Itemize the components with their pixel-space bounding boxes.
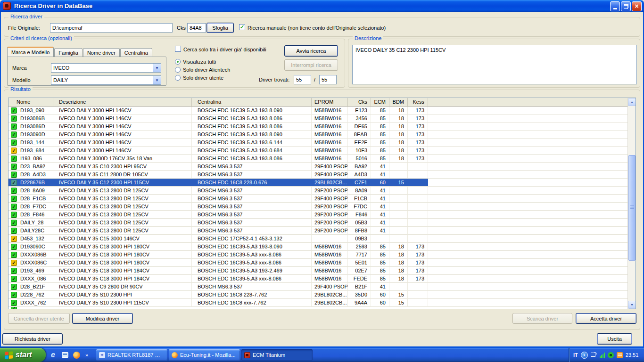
table-row[interactable]: ✓D193_144IVECO DAILY 3000 HPI 146CVBOSCH…: [8, 139, 627, 147]
driver-totali-input[interactable]: 55: [319, 75, 337, 84]
accetta-driver-button[interactable]: Accetta driver: [576, 313, 636, 324]
table-row[interactable]: ✓D193_469IVECO DAILY 35 C18 3000 HPI 184…: [8, 267, 627, 275]
column-header-bdm[interactable]: BDM: [389, 98, 408, 106]
driver-trovati-input[interactable]: 55: [294, 75, 311, 84]
avvia-ricerca-button[interactable]: Avvia ricerca: [284, 45, 338, 57]
column-header-eprom[interactable]: EPROM: [312, 98, 348, 106]
table-row[interactable]: ✓D28_A4D3IVECO DAILY 35 C11 2800 DR 105C…: [8, 171, 627, 179]
column-header-cks[interactable]: Cks: [348, 98, 371, 106]
close-button[interactable]: ×: [632, 1, 642, 11]
table-row[interactable]: ✓D28_F7DCIVECO DAILY 35 C13 2800 DR 125C…: [8, 203, 627, 211]
row-check-icon[interactable]: ✓: [11, 212, 17, 218]
quick-launch-overflow-chevron[interactable]: »: [85, 352, 88, 358]
table-row[interactable]: ✓D193090CIVECO DAILY 35 C18 3000 HPI 180…: [8, 243, 627, 251]
column-header-nome[interactable]: Nome: [8, 98, 53, 106]
scrollbar-thumb[interactable]: [628, 155, 636, 261]
descrizione-textarea[interactable]: IVECO DAILY 35 C12 2300 HPI 115CV: [352, 45, 637, 84]
row-check-icon[interactable]: ✓: [11, 292, 17, 298]
table-row[interactable]: ✓DXXX_086IVECO DAILY 35 C18 3000 HPI 184…: [8, 275, 627, 283]
row-check-icon[interactable]: ✓: [11, 180, 17, 186]
row-check-icon[interactable]: ✓: [11, 140, 17, 146]
language-indicator[interactable]: IT: [573, 352, 578, 358]
tab-marca-e-modello[interactable]: Marca e Modello: [7, 47, 54, 57]
internet-explorer-icon[interactable]: e: [49, 351, 57, 359]
hide-icons-chevron[interactable]: ‹: [581, 352, 588, 359]
table-row[interactable]: ✓DXXX_762IVECO DAILY 35 S10 2300 HPI 115…: [8, 299, 627, 307]
modello-combo[interactable]: DAILY ▼: [51, 75, 161, 85]
taskbar-task-ecu-tuning-it-mozilla[interactable]: Ecu-Tuning.it - Mozilla...: [169, 349, 240, 361]
table-row[interactable]: ✓D193086DIVECO DAILY 3000 HPI 146CVBOSCH…: [8, 123, 627, 131]
table-row[interactable]: ✓D193086BIVECO DAILY 3000 HPI 146CVBOSCH…: [8, 115, 627, 123]
table-row[interactable]: ✓DXXX086BIVECO DAILY 35 C18 3000 HPI 180…: [8, 251, 627, 259]
sfoglia-button[interactable]: Sfoglia: [206, 23, 234, 33]
restore-button[interactable]: [621, 1, 631, 11]
cerca-solo-checkbox[interactable]: [175, 46, 181, 52]
row-check-icon[interactable]: ✓: [11, 123, 17, 130]
row-check-icon[interactable]: ✓: [11, 220, 17, 226]
row-check-icon[interactable]: ✓: [11, 196, 17, 202]
row-check-icon[interactable]: ✓: [11, 164, 17, 170]
marca-combo[interactable]: IVECO ▼: [51, 63, 161, 73]
radio-icon[interactable]: [175, 67, 181, 73]
row-check-icon[interactable]: ✓: [11, 236, 17, 242]
scroll-down-button[interactable]: ▼: [628, 301, 636, 309]
radio-icon[interactable]: [175, 59, 181, 65]
table-row[interactable]: ✓D193_090IVECO DAILY 3000 HPI 146CVBOSCH…: [8, 107, 627, 115]
radio-solo-driver-alientech[interactable]: Solo driver Alientech: [175, 66, 230, 74]
column-header-centralina[interactable]: Centralina: [192, 98, 312, 106]
row-check-icon[interactable]: ✓: [11, 252, 17, 258]
row-check-icon[interactable]: ✓: [11, 115, 17, 122]
radio-visualizza-tutti[interactable]: Visualizza tutti: [175, 58, 230, 66]
column-header-kess[interactable]: Kess: [408, 98, 428, 106]
row-check-icon[interactable]: ✓: [11, 228, 17, 234]
row-check-icon[interactable]: ✓: [11, 204, 17, 210]
taskbar-task-realtek-rtl8187-wi[interactable]: REALTEK RTL8187 Wi...: [96, 349, 167, 361]
tray-app-orange-icon[interactable]: [617, 352, 623, 358]
row-check-icon[interactable]: ✓: [11, 260, 17, 266]
tab-centralina[interactable]: Centralina: [120, 48, 152, 57]
file-originale-input[interactable]: D:\camperraf: [50, 23, 173, 33]
row-check-icon[interactable]: ✓: [11, 132, 17, 138]
table-row[interactable]: ✓D193090DIVECO DAILY 3000 HPI 146CVBOSCH…: [8, 131, 627, 139]
row-check-icon[interactable]: ✓: [11, 107, 17, 114]
table-row[interactable]: ✓I193_086IVECO DAILY 3000D 176CV 35s 18 …: [8, 155, 627, 163]
wireless-network-icon[interactable]: [591, 352, 597, 358]
marca-dropdown-button[interactable]: ▼: [153, 64, 161, 72]
table-row[interactable]: ✓D28_F1CBIVECO DAILY 35 C13 2800 DR 125C…: [8, 195, 627, 203]
table-row[interactable]: ✓D23_BA92IVECO DAILY 35 C10 2300 HPI 95C…: [8, 163, 627, 171]
row-check-icon[interactable]: ✓: [11, 284, 17, 290]
table-row[interactable]: ✓: [8, 307, 627, 309]
uscita-button[interactable]: Uscita: [597, 333, 632, 345]
table-row[interactable]: ✓D28_F846IVECO DAILY 35 C13 2800 DR 125C…: [8, 211, 627, 219]
start-button[interactable]: start: [0, 348, 46, 362]
row-check-icon[interactable]: ✓: [11, 172, 17, 178]
row-check-icon[interactable]: ✓: [11, 276, 17, 282]
taskbar-task-ecm-titanium[interactable]: ECM Titanium: [241, 349, 313, 361]
ricerca-manuale-checkbox[interactable]: ✓: [239, 24, 245, 30]
table-row[interactable]: ✓D28_B21FIVECO DAILY 35 C9 2800 DR 90CVB…: [8, 283, 627, 291]
vertical-scrollbar[interactable]: ▲ ▼: [627, 98, 636, 309]
column-header-ecm[interactable]: ECM: [371, 98, 389, 106]
modifica-driver-button[interactable]: Modifica driver: [72, 313, 133, 324]
signal-strength-icon[interactable]: [600, 353, 605, 358]
richiesta-driver-button[interactable]: Richiesta driver: [2, 333, 63, 345]
clock[interactable]: 23.51: [626, 352, 639, 358]
tab-nome-driver[interactable]: Nome driver: [83, 48, 120, 57]
table-row[interactable]: ✓D28_8A09IVECO DAILY 35 C13 2800 DR 125C…: [8, 187, 627, 195]
radio-icon[interactable]: [175, 75, 181, 81]
row-check-icon[interactable]: ✓: [11, 156, 17, 162]
row-check-icon[interactable]: ✓: [11, 148, 17, 154]
row-check-icon[interactable]: ✓: [11, 268, 17, 274]
show-desktop-icon[interactable]: [61, 351, 69, 359]
minimize-button[interactable]: [610, 1, 620, 11]
row-check-icon[interactable]: ✓: [11, 188, 17, 194]
table-row[interactable]: ✓D193_684IVECO DAILY 3000 HPI 146CVBOSCH…: [8, 147, 627, 155]
table-row[interactable]: ✓DAILY_28IVECO DAILY 35 C13 2800 DR 125C…: [8, 219, 627, 227]
tray-app-green-icon[interactable]: [608, 352, 614, 358]
tab-famiglia[interactable]: Famiglia: [54, 48, 83, 57]
modello-dropdown-button[interactable]: ▼: [153, 76, 161, 84]
row-check-icon[interactable]: ✓: [11, 244, 17, 250]
cks-input[interactable]: 84A8: [187, 23, 206, 33]
row-check-icon[interactable]: ✓: [11, 307, 17, 309]
scroll-up-button[interactable]: ▲: [628, 98, 636, 106]
